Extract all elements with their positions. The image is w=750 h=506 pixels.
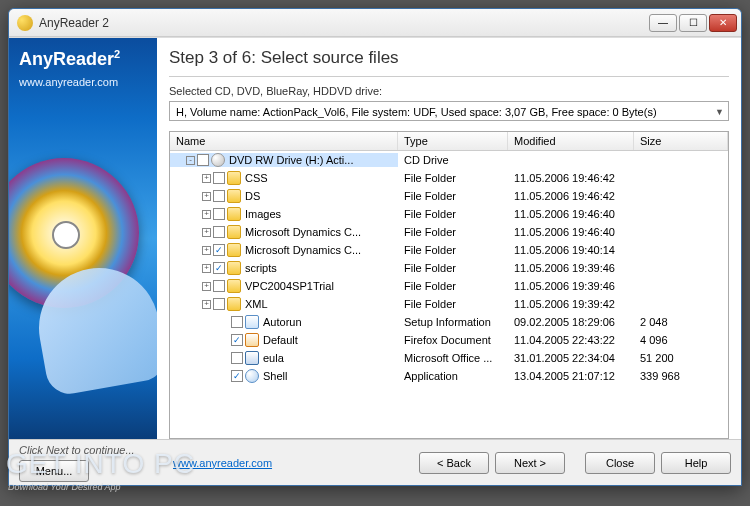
- file-row[interactable]: +CSSFile Folder11.05.2006 19:46:42: [170, 169, 728, 187]
- close-button[interactable]: ✕: [709, 14, 737, 32]
- file-row[interactable]: eulaMicrosoft Office ...31.01.2005 22:34…: [170, 349, 728, 367]
- file-checkbox[interactable]: [213, 226, 225, 238]
- file-list-body[interactable]: -DVD RW Drive (H:) Acti...CD Drive+CSSFi…: [170, 151, 728, 438]
- file-list: Name Type Modified Size -DVD RW Drive (H…: [169, 131, 729, 439]
- expand-toggle-icon[interactable]: -: [186, 156, 195, 165]
- file-row[interactable]: ✓DefaultFirefox Document11.04.2005 22:43…: [170, 331, 728, 349]
- file-ff-icon: [245, 333, 259, 347]
- file-row[interactable]: +VPC2004SP1TrialFile Folder11.05.2006 19…: [170, 277, 728, 295]
- file-name-cell[interactable]: Autorun: [170, 315, 398, 329]
- file-name-label: VPC2004SP1Trial: [245, 280, 334, 292]
- next-button[interactable]: Next >: [495, 452, 565, 474]
- file-name-cell[interactable]: +DS: [170, 189, 398, 203]
- folder-icon: [227, 297, 241, 311]
- file-name-label: eula: [263, 352, 284, 364]
- file-name-label: Autorun: [263, 316, 302, 328]
- file-modified-cell: 11.05.2006 19:46:40: [508, 226, 634, 238]
- file-name-label: CSS: [245, 172, 268, 184]
- file-name-cell[interactable]: +CSS: [170, 171, 398, 185]
- footer-bar: Click Next to continue... Menu... www.an…: [9, 439, 741, 485]
- file-type-cell: File Folder: [398, 190, 508, 202]
- file-modified-cell: 11.05.2006 19:46:40: [508, 208, 634, 220]
- file-row[interactable]: +✓scriptsFile Folder11.05.2006 19:39:46: [170, 259, 728, 277]
- folder-icon: [227, 279, 241, 293]
- titlebar[interactable]: AnyReader 2 — ☐ ✕: [9, 9, 741, 37]
- file-name-cell[interactable]: +VPC2004SP1Trial: [170, 279, 398, 293]
- file-checkbox[interactable]: ✓: [231, 370, 243, 382]
- file-modified-cell: 11.05.2006 19:46:42: [508, 190, 634, 202]
- expand-toggle-icon[interactable]: +: [202, 210, 211, 219]
- file-type-cell: CD Drive: [398, 154, 508, 166]
- folder-icon: [227, 207, 241, 221]
- file-checkbox[interactable]: [213, 280, 225, 292]
- help-button[interactable]: Help: [661, 452, 731, 474]
- file-row[interactable]: +DSFile Folder11.05.2006 19:46:42: [170, 187, 728, 205]
- file-size-cell: 51 200: [634, 352, 728, 364]
- file-checkbox[interactable]: [213, 190, 225, 202]
- column-size[interactable]: Size: [634, 132, 728, 150]
- expand-toggle-icon[interactable]: +: [202, 246, 211, 255]
- file-checkbox[interactable]: [213, 298, 225, 310]
- hint-text: Click Next to continue...: [19, 444, 157, 456]
- file-row[interactable]: +ImagesFile Folder11.05.2006 19:46:40: [170, 205, 728, 223]
- divider: [169, 76, 729, 77]
- minimize-button[interactable]: —: [649, 14, 677, 32]
- column-modified[interactable]: Modified: [508, 132, 634, 150]
- file-checkbox[interactable]: ✓: [231, 334, 243, 346]
- file-name-label: scripts: [245, 262, 277, 274]
- sidebar-title: AnyReader2: [19, 48, 147, 70]
- file-modified-cell: 11.05.2006 19:39:46: [508, 280, 634, 292]
- file-name-cell[interactable]: +XML: [170, 297, 398, 311]
- file-row[interactable]: +XMLFile Folder11.05.2006 19:39:42: [170, 295, 728, 313]
- file-name-label: DVD RW Drive (H:) Acti...: [229, 154, 353, 166]
- column-type[interactable]: Type: [398, 132, 508, 150]
- maximize-button[interactable]: ☐: [679, 14, 707, 32]
- file-name-label: Default: [263, 334, 298, 346]
- file-name-cell[interactable]: +Microsoft Dynamics C...: [170, 225, 398, 239]
- close-dialog-button[interactable]: Close: [585, 452, 655, 474]
- file-checkbox[interactable]: [197, 154, 209, 166]
- file-name-cell[interactable]: ✓Default: [170, 333, 398, 347]
- file-name-cell[interactable]: +Images: [170, 207, 398, 221]
- file-row[interactable]: AutorunSetup Information09.02.2005 18:29…: [170, 313, 728, 331]
- expand-toggle-icon[interactable]: +: [202, 300, 211, 309]
- file-checkbox[interactable]: ✓: [213, 244, 225, 256]
- drive-dropdown[interactable]: H, Volume name: ActionPack_Vol6, File sy…: [169, 101, 729, 121]
- file-row[interactable]: -DVD RW Drive (H:) Acti...CD Drive: [170, 151, 728, 169]
- file-checkbox[interactable]: [231, 316, 243, 328]
- file-modified-cell: 11.05.2006 19:39:42: [508, 298, 634, 310]
- folder-icon: [227, 243, 241, 257]
- file-name-cell[interactable]: ✓Shell: [170, 369, 398, 383]
- column-name[interactable]: Name: [170, 132, 398, 150]
- expand-toggle-icon[interactable]: +: [202, 228, 211, 237]
- file-name-cell[interactable]: +✓Microsoft Dynamics C...: [170, 243, 398, 257]
- expand-toggle-icon[interactable]: +: [202, 192, 211, 201]
- file-row[interactable]: ✓ShellApplication13.04.2005 21:07:12339 …: [170, 367, 728, 385]
- file-type-cell: File Folder: [398, 244, 508, 256]
- file-row[interactable]: +✓Microsoft Dynamics C...File Folder11.0…: [170, 241, 728, 259]
- expand-toggle-icon[interactable]: +: [202, 282, 211, 291]
- file-name-cell[interactable]: eula: [170, 351, 398, 365]
- file-name-label: Images: [245, 208, 281, 220]
- file-checkbox[interactable]: ✓: [213, 262, 225, 274]
- menu-button[interactable]: Menu...: [19, 460, 89, 482]
- expand-toggle-icon[interactable]: +: [202, 264, 211, 273]
- back-button[interactable]: < Back: [419, 452, 489, 474]
- file-row[interactable]: +Microsoft Dynamics C...File Folder11.05…: [170, 223, 728, 241]
- file-name-cell[interactable]: -DVD RW Drive (H:) Acti...: [170, 153, 398, 167]
- file-checkbox[interactable]: [213, 208, 225, 220]
- file-modified-cell: 11.05.2006 19:39:46: [508, 262, 634, 274]
- main-panel: Step 3 of 6: Select source files Selecte…: [157, 38, 741, 439]
- file-html-icon: [245, 315, 259, 329]
- sidebar-link[interactable]: www.anyreader.com: [19, 76, 147, 88]
- drive-label: Selected CD, DVD, BlueRay, HDDVD drive:: [169, 85, 729, 97]
- file-checkbox[interactable]: [231, 352, 243, 364]
- footer-link[interactable]: www.anyreader.com: [173, 457, 272, 469]
- sidebar-version: 2: [114, 48, 120, 60]
- drive-value: H, Volume name: ActionPack_Vol6, File sy…: [176, 106, 657, 118]
- expand-toggle-icon[interactable]: +: [202, 174, 211, 183]
- file-modified-cell: 31.01.2005 22:34:04: [508, 352, 634, 364]
- file-checkbox[interactable]: [213, 172, 225, 184]
- file-type-cell: Microsoft Office ...: [398, 352, 508, 364]
- file-name-cell[interactable]: +✓scripts: [170, 261, 398, 275]
